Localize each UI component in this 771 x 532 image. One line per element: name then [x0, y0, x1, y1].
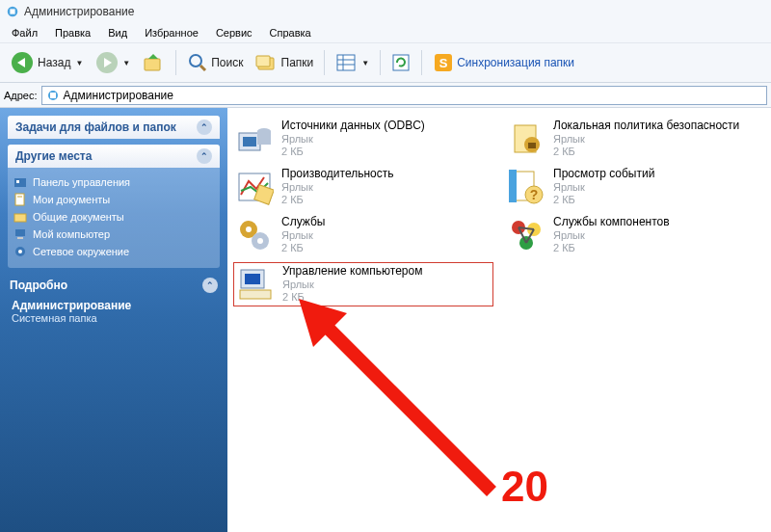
- svg-rect-31: [243, 137, 256, 146]
- search-label: Поиск: [211, 56, 243, 69]
- item-computer-management[interactable]: Управление компьютеромЯрлык2 КБ: [233, 262, 493, 306]
- annotation-number: 20: [501, 463, 548, 511]
- chevron-collapse-icon[interactable]: ⌃: [197, 120, 212, 135]
- sidebar-item-my-documents[interactable]: Мои документы: [13, 191, 214, 208]
- svg-rect-16: [393, 55, 409, 70]
- item-services[interactable]: СлужбыЯрлык2 КБ: [233, 214, 493, 256]
- svg-rect-27: [17, 237, 23, 239]
- menu-favorites[interactable]: Избранное: [137, 25, 206, 40]
- services-icon: [235, 216, 274, 254]
- back-label: Назад: [38, 56, 70, 69]
- sidebar-header-details[interactable]: Подробно ⌃: [8, 274, 220, 297]
- sidebar-section-tasks: Задачи для файлов и папок ⌃: [8, 116, 220, 139]
- back-button[interactable]: Назад ▼: [6, 48, 87, 77]
- item-type: Ярлык: [553, 181, 654, 194]
- sidebar-body-details: Администрирование Системная папка: [8, 297, 220, 328]
- menu-bar: Файл Правка Вид Избранное Сервис Справка: [0, 23, 771, 42]
- toolbar-separator: [380, 50, 381, 75]
- title-bar: Администрирование: [0, 0, 771, 23]
- svg-rect-54: [245, 274, 260, 284]
- sidebar-header-places[interactable]: Другие места ⌃: [8, 145, 220, 168]
- item-local-security-policy[interactable]: Локальная политика безопасностиЯрлык2 КБ: [505, 118, 765, 160]
- details-name: Администрирование: [12, 299, 216, 312]
- main-area: Задачи для файлов и папок ⌃ Другие места…: [0, 108, 771, 532]
- control-panel-icon: [13, 175, 27, 189]
- folder-icon: [13, 210, 27, 224]
- svg-text:?: ?: [530, 187, 539, 202]
- svg-point-29: [18, 250, 22, 253]
- chevron-down-icon[interactable]: ▼: [122, 59, 130, 67]
- svg-rect-26: [15, 229, 25, 236]
- toolbar-separator: [421, 50, 422, 75]
- sidebar-item-label: Общие документы: [33, 211, 124, 223]
- sidebar-item-network[interactable]: Сетевое окружение: [13, 243, 214, 260]
- item-size: 2 КБ: [281, 194, 393, 206]
- forward-button[interactable]: ▼: [91, 48, 134, 77]
- menu-tools[interactable]: Сервис: [208, 25, 260, 40]
- up-button[interactable]: [138, 49, 169, 76]
- sidebar-item-control-panel[interactable]: Панель управления: [13, 173, 214, 191]
- folders-button[interactable]: Папки: [252, 50, 318, 75]
- window-title: Администрирование: [24, 5, 134, 18]
- item-odbc[interactable]: Источники данных (ODBC)Ярлык2 КБ: [233, 118, 493, 160]
- item-performance[interactable]: ПроизводительностьЯрлык2 КБ: [233, 166, 493, 208]
- folders-icon: [255, 52, 279, 73]
- item-size: 2 КБ: [553, 242, 670, 254]
- sidebar-item-shared-documents[interactable]: Общие документы: [13, 208, 214, 226]
- item-size: 2 КБ: [553, 146, 739, 158]
- svg-text:S: S: [439, 56, 448, 70]
- svg-rect-22: [16, 180, 19, 183]
- menu-file[interactable]: Файл: [4, 25, 45, 40]
- svg-rect-20: [50, 93, 56, 98]
- refresh-icon: [391, 53, 411, 72]
- address-bar: Адрес: Администрирование: [0, 83, 771, 108]
- svg-rect-40: [509, 170, 517, 202]
- details-type: Системная папка: [12, 312, 216, 324]
- content-pane[interactable]: Источники данных (ODBC)Ярлык2 КБ Локальн…: [227, 108, 771, 532]
- search-button[interactable]: Поиск: [183, 50, 247, 75]
- item-type: Ярлык: [282, 279, 422, 291]
- sidebar-header-tasks[interactable]: Задачи для файлов и папок ⌃: [8, 116, 220, 139]
- item-type: Ярлык: [281, 181, 393, 194]
- address-field[interactable]: Администрирование: [41, 86, 767, 105]
- svg-rect-21: [14, 178, 26, 187]
- svg-marker-7: [148, 54, 158, 59]
- svg-rect-25: [14, 214, 26, 222]
- item-component-services[interactable]: Службы компонентовЯрлык2 КБ: [505, 214, 765, 256]
- chevron-down-icon[interactable]: ▼: [75, 59, 83, 67]
- item-event-viewer[interactable]: ? Просмотр событийЯрлык2 КБ: [505, 166, 765, 208]
- menu-view[interactable]: Вид: [100, 25, 135, 40]
- component-services-icon: [507, 216, 545, 254]
- item-size: 2 КБ: [281, 146, 425, 158]
- item-name: Службы компонентов: [553, 216, 670, 229]
- toolbar: Назад ▼ ▼ Поиск Папки ▼ S Синхронизация …: [0, 42, 771, 83]
- item-name: Управление компьютером: [282, 265, 422, 279]
- toolbar-separator: [324, 50, 325, 75]
- address-value: Администрирование: [64, 89, 173, 102]
- sidebar-header-label: Другие места: [15, 149, 92, 163]
- chevron-down-icon[interactable]: ▼: [361, 59, 369, 67]
- item-size: 2 КБ: [281, 242, 325, 254]
- sidebar-item-label: Мои документы: [33, 194, 110, 205]
- item-name: Локальная политика безопасности: [553, 120, 739, 133]
- event-viewer-icon: ?: [507, 168, 545, 206]
- sidebar: Задачи для файлов и папок ⌃ Другие места…: [0, 108, 227, 532]
- admin-tools-icon: [46, 89, 60, 102]
- search-icon: [187, 52, 208, 73]
- item-type: Ярлык: [553, 229, 670, 242]
- svg-point-44: [246, 226, 252, 232]
- chevron-collapse-icon[interactable]: ⌃: [197, 148, 212, 164]
- sync-button[interactable]: S Синхронизация папки: [429, 50, 578, 75]
- item-name: Просмотр событий: [553, 168, 654, 181]
- sidebar-body-places: Панель управления Мои документы Общие до…: [8, 168, 220, 268]
- chevron-collapse-icon[interactable]: ⌃: [202, 278, 218, 293]
- security-policy-icon: [507, 120, 545, 158]
- views-button[interactable]: ▼: [332, 50, 373, 75]
- menu-help[interactable]: Справка: [262, 25, 319, 40]
- toolbar-separator: [175, 50, 176, 75]
- menu-edit[interactable]: Правка: [47, 25, 98, 40]
- refresh-button[interactable]: [387, 51, 414, 74]
- svg-rect-36: [528, 143, 536, 148]
- svg-rect-55: [240, 290, 271, 299]
- sidebar-item-my-computer[interactable]: Мой компьютер: [13, 226, 214, 243]
